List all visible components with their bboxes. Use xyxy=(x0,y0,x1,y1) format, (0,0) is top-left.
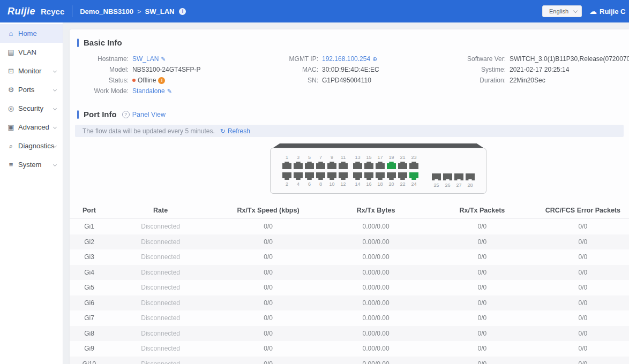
rj45-port-8[interactable] xyxy=(316,172,325,180)
cell-port: Gi5 xyxy=(70,284,109,291)
rj45-port-21[interactable] xyxy=(398,162,407,169)
port-number-label: 4 xyxy=(297,181,299,187)
sfp-port-28[interactable] xyxy=(466,173,475,180)
offline-warning-icon[interactable]: ! xyxy=(158,77,165,84)
systime-value: 2021-02-17 20:25:14 xyxy=(510,65,569,74)
sidebar-item-advanced[interactable]: ▣Advanced xyxy=(0,118,63,136)
column-header: Rate xyxy=(109,207,212,214)
sidebar-item-security[interactable]: ◎Security xyxy=(0,99,63,118)
rj45-port-22[interactable] xyxy=(398,172,407,180)
refresh-link[interactable]: Refresh xyxy=(228,127,250,135)
sidebar-item-diagnostics[interactable]: ⌕Diagnostics xyxy=(0,136,63,155)
cell-packets: 0/0 xyxy=(428,345,537,352)
port-number-label: 25 xyxy=(433,182,439,188)
rj45-port-16[interactable] xyxy=(364,172,373,180)
cell-port: Gi7 xyxy=(70,314,109,322)
cell-crc: 0/0 xyxy=(537,314,629,322)
softwarever-value: SWITCH_3.0(1)B11P30,Release(07200700) xyxy=(510,55,629,63)
sfp-port-26[interactable] xyxy=(443,173,452,180)
ports-icon: ⚙ xyxy=(7,86,15,94)
sidebar-item-label: Home xyxy=(18,29,37,37)
sfp-port-27[interactable] xyxy=(454,173,463,180)
rj45-port-23[interactable] xyxy=(409,162,418,169)
sidebar-item-label: Monitor xyxy=(18,67,41,75)
cell-speed: 0/0 xyxy=(212,223,324,230)
port-table: PortRateRx/Tx Speed (kbps)Rx/Tx BytesRx/… xyxy=(70,202,629,364)
column-header: Rx/Tx Bytes xyxy=(324,207,428,214)
port-column: 1718 xyxy=(376,154,385,187)
cell-speed: 0/0 xyxy=(212,360,324,364)
breadcrumb-separator: > xyxy=(137,7,141,16)
rj45-port-11[interactable] xyxy=(339,162,348,169)
mgmtip-value[interactable]: 192.168.100.254 xyxy=(322,55,370,63)
cell-packets: 0/0 xyxy=(428,299,537,307)
breadcrumb-network[interactable]: Demo_NBS3100 xyxy=(80,7,133,16)
cell-port: Gi9 xyxy=(70,345,109,352)
cell-speed: 0/0 xyxy=(212,269,324,276)
breadcrumb-device[interactable]: SW_LAN xyxy=(145,7,175,16)
port-number-label: 22 xyxy=(400,181,405,187)
port-column: 2122 xyxy=(398,154,407,187)
sidebar-item-label: System xyxy=(18,161,41,169)
rj45-port-14[interactable] xyxy=(353,172,362,180)
edit-hostname-icon[interactable]: ✎ xyxy=(161,55,166,63)
chevron-down-icon xyxy=(53,163,57,166)
chevron-down-icon xyxy=(53,88,57,92)
rj45-port-12[interactable] xyxy=(339,172,348,180)
rj45-port-2[interactable] xyxy=(282,172,291,180)
sidebar-item-system[interactable]: ≡System xyxy=(0,155,63,174)
language-dropdown[interactable]: English xyxy=(542,5,582,17)
security-icon: ◎ xyxy=(7,104,15,112)
rj45-port-4[interactable] xyxy=(294,172,303,180)
diagnostics-icon: ⌕ xyxy=(7,142,15,150)
rj45-port-17[interactable] xyxy=(376,162,385,169)
cell-rate: Disconnected xyxy=(109,330,212,337)
rj45-port-15[interactable] xyxy=(364,162,373,169)
table-row: Gi3Disconnected0/00.00/0.000/00/0 xyxy=(70,249,629,265)
breadcrumb: Demo_NBS3100 > SW_LAN i xyxy=(80,7,186,16)
chevron-down-icon xyxy=(53,69,57,73)
rj45-port-13[interactable] xyxy=(353,162,362,169)
port-column: 56 xyxy=(305,154,314,187)
edit-workmode-icon[interactable]: ✎ xyxy=(167,87,172,95)
sidebar-item-vlan[interactable]: ▤VLAN xyxy=(0,43,63,62)
port-column: 1314 xyxy=(353,154,362,187)
workmode-label: Work Mode: xyxy=(73,87,129,95)
ruijie-cloud-link[interactable]: ☁ Ruijie C xyxy=(589,7,629,16)
cell-bytes: 0.00/0.00 xyxy=(324,253,428,261)
cell-crc: 0/0 xyxy=(537,284,629,291)
sidebar-item-monitor[interactable]: ⊡Monitor xyxy=(0,62,63,80)
rj45-port-24[interactable] xyxy=(409,172,418,180)
hostname-value[interactable]: SW_LAN xyxy=(132,55,159,63)
rj45-port-18[interactable] xyxy=(376,172,385,180)
rj45-port-6[interactable] xyxy=(305,172,314,180)
refresh-icon[interactable]: ↻ xyxy=(220,127,226,135)
globe-icon[interactable]: ⊕ xyxy=(372,55,377,63)
column-header: Port xyxy=(70,207,109,214)
rj45-port-1[interactable] xyxy=(282,162,291,169)
help-icon[interactable]: ? xyxy=(122,111,130,118)
cell-packets: 0/0 xyxy=(428,360,537,364)
rj45-port-20[interactable] xyxy=(387,172,396,180)
rj45-port-7[interactable] xyxy=(316,162,325,169)
rj45-port-19[interactable] xyxy=(387,162,396,169)
sidebar-item-ports[interactable]: ⚙Ports xyxy=(0,80,63,99)
column-header: Rx/Tx Speed (kbps) xyxy=(212,207,324,214)
rj45-port-5[interactable] xyxy=(305,162,314,169)
cell-bytes: 0.00/0.00 xyxy=(324,299,428,307)
cell-port: Gi1 xyxy=(70,223,109,230)
sidebar-item-home[interactable]: ⌂Home xyxy=(0,24,63,43)
port-column: 34 xyxy=(294,154,303,187)
sfp-port-25[interactable] xyxy=(432,173,441,180)
rj45-port-3[interactable] xyxy=(294,162,303,169)
rj45-port-9[interactable] xyxy=(327,162,336,169)
workmode-value[interactable]: Standalone xyxy=(132,87,165,95)
device-info-icon[interactable]: i xyxy=(179,8,186,15)
cell-crc: 0/0 xyxy=(537,360,629,364)
rj45-port-10[interactable] xyxy=(327,172,336,180)
port-number-label: 16 xyxy=(366,181,371,187)
table-row: Gi2Disconnected0/00.00/0.000/00/0 xyxy=(70,234,629,250)
panel-view-link[interactable]: Panel View xyxy=(132,111,166,118)
port-number-label: 14 xyxy=(355,181,360,187)
cell-port: Gi8 xyxy=(70,330,109,337)
